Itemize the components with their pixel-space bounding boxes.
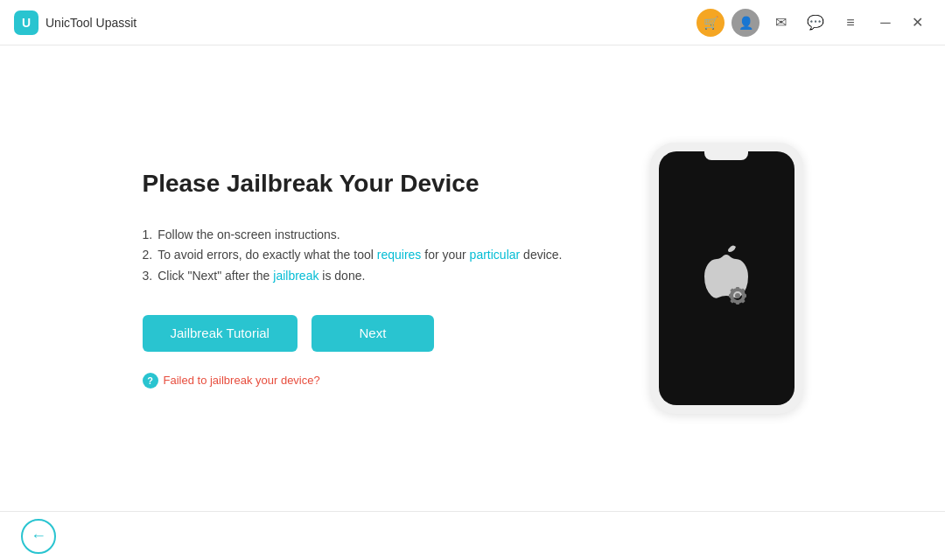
titlebar-actions: 🛒 👤 ✉ 💬 ≡ <box>696 9 864 37</box>
instruction-2-text: To avoid errors, do exactly what the too… <box>158 245 562 266</box>
jailbreak-tutorial-button[interactable]: Jailbreak Tutorial <box>143 315 298 352</box>
app-title: UnicTool Upassit <box>46 16 136 30</box>
svg-rect-7 <box>742 294 746 298</box>
phone-mockup <box>650 143 803 414</box>
close-button[interactable]: ✕ <box>903 9 931 37</box>
svg-rect-6 <box>729 294 733 298</box>
highlight-requires: requires <box>377 248 422 262</box>
instruction-1-text: Follow the on-screen instructions. <box>158 225 340 246</box>
cart-button[interactable]: 🛒 <box>696 9 724 37</box>
back-icon: ← <box>31 527 46 545</box>
back-button[interactable]: ← <box>21 519 56 554</box>
left-panel: Please Jailbreak Your Device 1. Follow t… <box>143 168 580 388</box>
highlight-jailbreak: jailbreak <box>273 269 318 283</box>
fail-link-text: Failed to jailbreak your device? <box>164 374 320 387</box>
phone-notch <box>704 151 748 160</box>
user-button[interactable]: 👤 <box>732 9 760 37</box>
app-logo: U <box>14 10 38 35</box>
instruction-1: 1. Follow the on-screen instructions. <box>143 225 580 246</box>
bottom-bar: ← <box>0 511 945 560</box>
svg-text:U: U <box>22 16 31 30</box>
page-heading: Please Jailbreak Your Device <box>143 168 580 200</box>
instruction-3: 3. Click "Next" after the jailbreak is d… <box>143 266 580 287</box>
chat-button[interactable]: 💬 <box>802 9 830 37</box>
main-content: Please Jailbreak Your Device 1. Follow t… <box>0 46 945 511</box>
svg-rect-5 <box>736 300 739 304</box>
instruction-2: 2. To avoid errors, do exactly what the … <box>143 245 580 266</box>
next-button[interactable]: Next <box>312 315 434 352</box>
apple-logo-svg <box>696 243 757 313</box>
right-panel <box>650 143 803 414</box>
question-icon: ? <box>143 373 158 388</box>
instruction-3-text: Click "Next" after the jailbreak is done… <box>158 266 365 287</box>
fail-link[interactable]: ? Failed to jailbreak your device? <box>143 373 580 388</box>
highlight-particular: particular <box>470 248 521 262</box>
mail-button[interactable]: ✉ <box>766 9 794 37</box>
menu-button[interactable]: ≡ <box>836 9 864 37</box>
minimize-button[interactable]: ─ <box>872 9 900 37</box>
svg-rect-4 <box>736 287 739 291</box>
titlebar: U UnicTool Upassit 🛒 👤 ✉ 💬 ≡ ─ ✕ <box>0 0 945 46</box>
instruction-3-num: 3. <box>143 266 153 287</box>
phone-screen <box>659 151 794 405</box>
instruction-1-num: 1. <box>143 225 153 246</box>
instructions-list: 1. Follow the on-screen instructions. 2.… <box>143 225 580 287</box>
apple-gear-icon <box>696 243 757 313</box>
svg-point-3 <box>735 293 740 298</box>
window-controls: ─ ✕ <box>872 9 931 37</box>
button-row: Jailbreak Tutorial Next <box>143 315 580 352</box>
instruction-2-num: 2. <box>143 245 153 266</box>
